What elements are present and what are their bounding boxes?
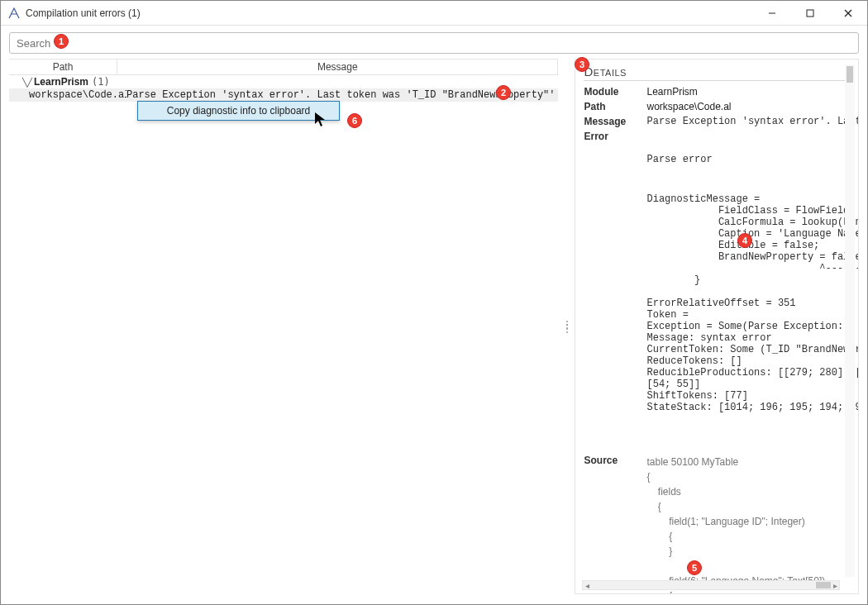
app-icon <box>7 7 21 20</box>
annotation-badge: 5 <box>687 560 702 575</box>
grip-icon: ⋮⋮ <box>561 323 571 330</box>
details-heading: Details <box>584 64 850 81</box>
details-panel: Details Module LearnPrism Path workspace… <box>575 59 859 594</box>
minimize-button[interactable] <box>753 1 791 26</box>
label-message: Message <box>584 116 641 127</box>
window-title: Compilation unit errors (1) <box>26 7 141 19</box>
value-message: Parse Exception 'syntax error'. Last tok… <box>646 116 859 127</box>
column-header-path[interactable]: Path <box>9 60 117 74</box>
maximize-button[interactable] <box>791 1 829 26</box>
value-source: table 50100 MyTable { fields { field(1; … <box>646 455 859 594</box>
label-error: Error <box>584 131 641 436</box>
annotation-badge: 3 <box>575 57 589 72</box>
group-count: (1) <box>92 76 110 88</box>
details-grid: Module LearnPrism Path workspace\Code.al… <box>584 86 850 594</box>
error-title: Parse error <box>646 154 859 165</box>
horizontal-scrollbar[interactable]: ◂ ▸ <box>582 580 840 590</box>
label-source: Source <box>584 455 641 594</box>
annotation-badge: 6 <box>347 113 362 128</box>
svg-rect-1 <box>807 10 813 17</box>
value-path: workspace\Code.al <box>646 101 859 112</box>
context-menu: Copy diagnostic info to clipboard <box>137 101 340 121</box>
tree-group[interactable]: ╲╱ LearnPrism (1) <box>9 75 558 88</box>
column-header-message[interactable]: Message <box>117 60 558 74</box>
row-path: workspace\Code.al <box>29 89 126 101</box>
group-name: LearnPrism <box>34 76 88 88</box>
label-module: Module <box>584 86 641 98</box>
search-input[interactable] <box>9 32 859 54</box>
window-controls <box>753 1 867 26</box>
cursor-icon <box>314 112 327 128</box>
vertical-scrollbar[interactable] <box>845 64 855 577</box>
scrollbar-thumb[interactable] <box>847 66 853 83</box>
splitter[interactable]: ⋮⋮ <box>563 59 570 594</box>
scroll-left-icon[interactable]: ◂ <box>583 581 591 590</box>
errors-panel: Path Message ╲╱ LearnPrism (1) workspace… <box>9 59 558 594</box>
annotation-badge: 4 <box>737 233 752 248</box>
errors-tree: ╲╱ LearnPrism (1) workspace\Code.al Pars… <box>9 75 558 594</box>
annotation-badge: 1 <box>54 34 69 49</box>
row-message: Parse Exception 'syntax error'. Last tok… <box>126 89 555 101</box>
value-module: LearnPrism <box>646 86 859 98</box>
app-window: Compilation unit errors (1) Path Message… <box>0 0 868 605</box>
titlebar: Compilation unit errors (1) <box>1 1 867 26</box>
search-container <box>9 32 859 54</box>
scroll-right-icon[interactable]: ▸ <box>831 581 839 590</box>
label-path: Path <box>584 101 641 112</box>
error-row[interactable]: workspace\Code.al Parse Exception 'synta… <box>9 88 558 102</box>
scrollbar-thumb[interactable] <box>816 582 831 588</box>
content-area: Path Message ╲╱ LearnPrism (1) workspace… <box>1 26 867 604</box>
body-split: Path Message ╲╱ LearnPrism (1) workspace… <box>9 59 859 594</box>
value-error: Parse error DiagnosticMessage = FieldCla… <box>646 131 859 436</box>
annotation-badge: 2 <box>496 85 511 100</box>
diagnostic-block: DiagnosticMessage = FieldClass = FlowFie… <box>646 193 859 413</box>
column-headers: Path Message <box>9 60 558 75</box>
close-button[interactable] <box>829 1 867 26</box>
copy-diagnostic-menu-item[interactable]: Copy diagnostic info to clipboard <box>138 102 339 120</box>
chevron-down-icon: ╲╱ <box>22 78 31 87</box>
